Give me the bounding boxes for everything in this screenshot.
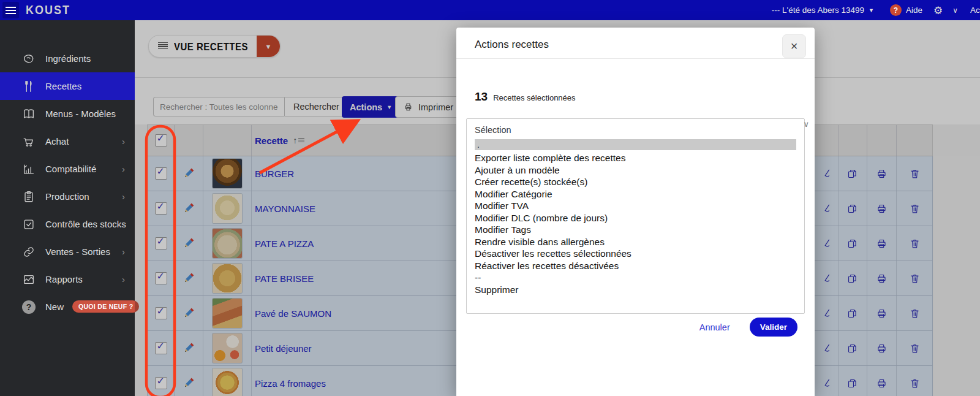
confirm-button[interactable]: Valider bbox=[750, 318, 797, 337]
chevron-right-icon: › bbox=[122, 274, 125, 284]
sidebar-item-ingredients[interactable]: Ingrédients bbox=[0, 45, 135, 72]
select-option[interactable]: -- bbox=[475, 272, 796, 284]
sidebar-item-label: Menus - Modèles bbox=[45, 109, 116, 119]
clipboard-icon bbox=[22, 190, 36, 204]
link-icon bbox=[22, 245, 36, 259]
select-option[interactable]: Modifier TVA bbox=[475, 200, 796, 212]
select-option[interactable]: Modifier Catégorie bbox=[475, 188, 796, 200]
caret-down-icon: ▼ bbox=[869, 7, 874, 13]
chevron-right-icon: › bbox=[122, 164, 125, 174]
help-question-icon: ? bbox=[890, 4, 902, 16]
menu-toggle-button[interactable] bbox=[2, 2, 19, 18]
actions-recettes-modal: Actions recettes × 13 Recettes sélection… bbox=[456, 28, 815, 396]
hamburger-icon bbox=[6, 7, 16, 14]
select-option[interactable]: Modifier DLC (nombre de jours) bbox=[475, 212, 796, 224]
help-button[interactable]: ? Aide bbox=[890, 4, 922, 16]
help-label: Aide bbox=[906, 6, 922, 15]
selection-count-number: 13 bbox=[475, 90, 488, 104]
ingredients-icon bbox=[22, 52, 36, 66]
action-select-listbox[interactable]: Sélection . Exporter liste complète des … bbox=[466, 118, 805, 314]
book-icon bbox=[22, 107, 36, 121]
area-chart-icon bbox=[22, 273, 36, 286]
sidebar-item-label: Recettes bbox=[45, 81, 81, 91]
truncated-menu-text: Ac bbox=[970, 6, 980, 15]
question-circle-icon: ? bbox=[22, 300, 36, 314]
bar-chart-icon bbox=[22, 162, 36, 176]
top-bar: KOUST --- L'été des Abers 13499 ▼ ? Aide… bbox=[0, 0, 980, 20]
select-option[interactable]: Supprimer bbox=[475, 284, 796, 296]
cancel-button[interactable]: Annuler bbox=[696, 322, 734, 333]
sidebar-item-controle-stocks[interactable]: Contrôle des stocks › bbox=[0, 210, 135, 238]
cutlery-icon bbox=[22, 80, 36, 93]
chevron-down-icon[interactable]: ∨ bbox=[952, 6, 958, 15]
gear-icon[interactable]: ⚙ bbox=[933, 4, 943, 17]
sidebar-item-label: Ventes - Sorties bbox=[45, 246, 110, 257]
select-label: Sélection bbox=[475, 125, 796, 135]
chevron-right-icon: › bbox=[122, 191, 125, 202]
sidebar-item-achat[interactable]: Achat › bbox=[0, 128, 135, 155]
modal-footer: Annuler Valider bbox=[696, 318, 797, 337]
checkbox-icon bbox=[22, 218, 36, 231]
modal-divider bbox=[456, 58, 815, 59]
whats-new-badge[interactable]: QUOI DE NEUF ? bbox=[72, 300, 139, 313]
account-dropdown[interactable]: --- L'été des Abers 13499 ▼ bbox=[772, 6, 874, 15]
koust-app: KOUST --- L'été des Abers 13499 ▼ ? Aide… bbox=[0, 0, 980, 396]
modal-title: Actions recettes bbox=[475, 39, 549, 51]
sidebar-item-label: Production bbox=[45, 191, 89, 202]
sidebar-item-recettes[interactable]: Recettes bbox=[0, 72, 135, 100]
select-option[interactable]: Réactiver les recettes désactivées bbox=[475, 260, 796, 272]
sidebar-item-rapports[interactable]: Rapports › bbox=[0, 265, 135, 293]
selection-count: 13 Recettes sélectionnées bbox=[475, 90, 576, 104]
brand-logo: KOUST bbox=[26, 3, 70, 18]
chevron-right-icon: › bbox=[122, 136, 125, 147]
select-option[interactable]: Créer recette(s) stockée(s) bbox=[475, 176, 796, 188]
select-option[interactable]: Ajouter à un modèle bbox=[475, 164, 796, 177]
sidebar-item-comptabilite[interactable]: Comptabilité › bbox=[0, 155, 135, 183]
cart-icon bbox=[22, 135, 36, 148]
sidebar-nav: Ingrédients Recettes Menus - Modèles Ach… bbox=[0, 20, 135, 396]
close-icon: × bbox=[791, 39, 798, 53]
sidebar-item-label: Comptabilité bbox=[45, 164, 96, 174]
sidebar-item-label: New bbox=[45, 302, 64, 312]
selection-count-label: Recettes sélectionnées bbox=[493, 93, 575, 102]
account-label: --- L'été des Abers 13499 bbox=[772, 6, 864, 15]
select-option[interactable]: Rendre visible dans allergènes bbox=[475, 236, 796, 248]
sidebar-item-label: Contrôle des stocks bbox=[45, 219, 126, 229]
sidebar-item-label: Achat bbox=[45, 136, 69, 147]
sidebar-item-new[interactable]: ? New QUOI DE NEUF ? bbox=[0, 293, 135, 321]
select-option[interactable]: Modifier Tags bbox=[475, 224, 796, 236]
chevron-right-icon: › bbox=[122, 246, 125, 257]
chevron-right-icon: › bbox=[122, 219, 125, 229]
selected-option[interactable]: . bbox=[475, 139, 796, 150]
sidebar-item-production[interactable]: Production › bbox=[0, 183, 135, 210]
sidebar-item-label: Rapports bbox=[45, 274, 83, 284]
topbar-right: --- L'été des Abers 13499 ▼ ? Aide ⚙ ∨ A… bbox=[772, 0, 980, 20]
sidebar-item-label: Ingrédients bbox=[45, 53, 91, 64]
sidebar-item-ventes-sorties[interactable]: Ventes - Sorties › bbox=[0, 238, 135, 265]
select-chevron-icon[interactable]: ∨ bbox=[803, 120, 809, 129]
select-option[interactable]: Désactiver les recettes sélectionnées bbox=[475, 248, 796, 260]
select-option[interactable]: Exporter liste complète des recettes bbox=[475, 152, 796, 164]
close-button[interactable]: × bbox=[782, 34, 806, 58]
sidebar-item-menus-modeles[interactable]: Menus - Modèles bbox=[0, 100, 135, 128]
